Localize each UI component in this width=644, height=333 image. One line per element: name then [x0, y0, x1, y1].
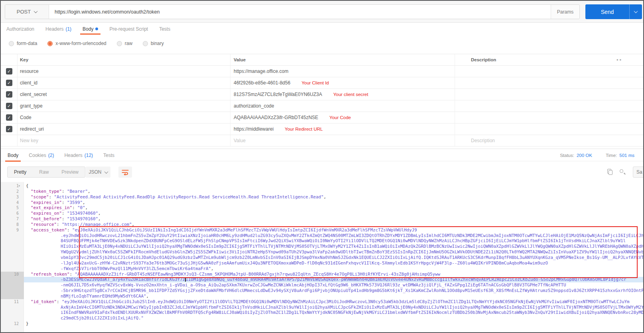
row-checkbox[interactable]: ✓: [6, 126, 12, 132]
response-tab-body[interactable]: Body: [8, 149, 18, 162]
tab-headers[interactable]: Headers(1): [45, 23, 71, 35]
radio-icon[interactable]: [9, 41, 14, 46]
format-label: JSON: [89, 169, 101, 175]
body-mode-raw[interactable]: raw: [117, 41, 132, 46]
code-token: YWQgU2VydmljZUhlYWx0aC5SZWFkIFRocmVhdElu…: [61, 249, 643, 255]
code-token: :: [57, 299, 62, 304]
annotation-label: Your Redirect URL: [285, 127, 323, 131]
save-response-button[interactable]: Sa: [633, 166, 644, 178]
param-value-cell[interactable]: AQABAAIAAADXzZ3ifr-GRbDT45zNSEYour Code: [230, 112, 455, 123]
fold-caret-icon[interactable]: ▾: [18, 183, 20, 189]
view-mode-pretty[interactable]: Pretty: [8, 167, 33, 177]
line-number: 10: [1, 272, 24, 277]
response-tab-cookies[interactable]: Cookies(2): [29, 149, 54, 162]
table-row: ✓redirect_urihttps://middlewareiYour Red…: [1, 123, 643, 135]
format-select[interactable]: JSON: [86, 166, 110, 178]
code-line-text: -lJgl4Uw2axUcG-zHYW-C2vRNztrS937Ya3e76tb…: [24, 261, 643, 266]
view-mode-preview[interactable]: Preview: [55, 167, 85, 177]
row-checkbox[interactable]: ✓: [6, 91, 12, 98]
code-token: ,: [98, 211, 101, 216]
param-value-cell[interactable]: authorization_code: [230, 100, 455, 112]
line-number: [1, 255, 24, 261]
param-key-cell[interactable]: grant_type: [18, 103, 230, 109]
status-value[interactable]: 200 OK: [577, 153, 592, 158]
row-checkbox[interactable]: ✓: [6, 68, 12, 74]
param-value-text: https://manage.office.com: [234, 69, 288, 74]
code-token: "0": [77, 205, 85, 210]
column-options-icon[interactable]: ••: [616, 57, 622, 63]
code-token: "ext_expires_in": [31, 205, 72, 210]
radio-icon[interactable]: [143, 41, 148, 46]
line-number: [1, 315, 24, 321]
body-mode-binary[interactable]: binary: [143, 41, 164, 46]
code-token: {: [26, 183, 29, 188]
new-value-input[interactable]: Value: [230, 135, 455, 146]
param-description-cell[interactable]: [455, 89, 643, 100]
annotation-label: Your client secret: [333, 92, 368, 97]
time-value[interactable]: 501 ms: [619, 153, 634, 158]
code-token: "scope": [31, 194, 49, 200]
param-value-cell[interactable]: 812S7SmzAlZ7CL8zfeTgWaE0YN6UZ3AYour clie…: [230, 89, 455, 100]
code-token: IIDM1gGge8X8NQq_uuY4bbaQ_m9ORA4Ms9AtaArA…: [186, 277, 626, 282]
tab-body[interactable]: Body: [83, 23, 98, 35]
wrap-text-button[interactable]: [118, 166, 132, 178]
param-value-cell[interactable]: https://manage.office.com: [230, 66, 455, 77]
param-value-cell[interactable]: 46f2926b-e85e-4601-8d56Your Client Id: [230, 77, 455, 88]
send-options-caret[interactable]: [629, 4, 642, 19]
param-description-cell[interactable]: [455, 112, 643, 123]
line-number: [1, 282, 24, 288]
line-number: 8: [1, 222, 24, 227]
new-description-input[interactable]: Description: [455, 135, 643, 146]
param-key-cell[interactable]: client_secret: [18, 92, 230, 97]
code-line: 6"expires_on": "1534974060",: [1, 211, 643, 216]
row-checkbox[interactable]: ✓: [6, 114, 12, 121]
param-key-cell[interactable]: resource: [18, 69, 230, 74]
new-key-input[interactable]: New key: [18, 138, 230, 143]
response-status-zone: Status: 200 OK Time: 501 ms: [560, 149, 634, 162]
radio-icon[interactable]: [47, 41, 53, 46]
copy-response-icon[interactable]: [607, 169, 613, 175]
code-token: "not_before": [31, 216, 62, 221]
params-button[interactable]: Params: [551, 5, 579, 19]
code-line: 1▾{: [1, 183, 643, 189]
code-token: "expires_in": [31, 200, 62, 205]
code-token: 84SUFBQUFPMjk4eTNHVDEwSzk3NkdpenZDdXBUNF…: [61, 238, 626, 243]
tab-tests[interactable]: Tests: [159, 23, 170, 35]
param-description-cell[interactable]: [455, 123, 643, 135]
param-description-cell[interactable]: [455, 100, 643, 112]
view-mode-raw[interactable]: Raw: [33, 167, 55, 177]
tab-label: Headers: [45, 26, 63, 32]
send-button[interactable]: Send: [585, 4, 642, 19]
chevron-down-icon: [104, 170, 108, 174]
table-row: ✓grant_typeauthorization_code: [1, 100, 643, 112]
param-key-cell[interactable]: Code: [18, 115, 230, 120]
code-line-text: -5brx9HGtqzdT5gBCx7rCCmIHCjB5MR96_bb1IFD…: [24, 288, 643, 294]
code-token: -lJgl4Uw2axUcG-zHYW-C2vRNztrS937Ya3e76tb…: [61, 261, 548, 266]
tab-pre-request-script[interactable]: Pre-request Script: [109, 23, 148, 35]
search-response-icon[interactable]: [619, 169, 626, 175]
body-mode-form-data[interactable]: form-data: [9, 41, 37, 46]
row-checkbox[interactable]: ✓: [6, 80, 12, 86]
response-view-toolbar: PrettyRawPreview JSON Sa: [1, 162, 643, 182]
row-checkbox[interactable]: ✓: [6, 103, 12, 109]
method-select[interactable]: POST: [5, 5, 49, 19]
send-button-label[interactable]: Send: [585, 4, 629, 19]
response-tab-tests[interactable]: Tests: [103, 149, 114, 162]
param-key-cell[interactable]: redirect_uri: [18, 126, 230, 132]
row-checkbox-cell: ✓: [1, 123, 18, 135]
code-token: nBMjfLoIqbTYamnrEQHd9MyW5dYt6CAA": [61, 294, 146, 299]
url-input[interactable]: https://login.windows.net/common/oauth2/…: [49, 5, 551, 19]
param-value-text: AQABAAIAAADXzZ3ifr-GRbDT45zNSE: [234, 115, 318, 120]
param-value-cell[interactable]: https://middlewareiYour Redirect URL: [230, 123, 455, 135]
body-mode-x-www-form-urlencoded[interactable]: x-www-form-urlencoded: [47, 41, 106, 46]
code-line-text: AxNjAsImV4cCI6MTUzNDk3NDA2MCwiYW1yIjpbIn…: [24, 305, 643, 310]
radio-icon[interactable]: [117, 41, 122, 46]
param-description-cell[interactable]: [455, 66, 643, 77]
code-line-text: "expires_in": "3599",: [24, 200, 643, 206]
response-body-viewer[interactable]: 1▾{2"token_type": "Bearer",3"scope": "Ac…: [1, 182, 643, 333]
response-tab-headers[interactable]: Headers(12): [64, 149, 93, 162]
param-key-cell[interactable]: client_id: [18, 80, 230, 86]
param-description-cell[interactable]: [455, 77, 643, 88]
tab-authorization[interactable]: Authorization: [6, 23, 34, 35]
radio-label: x-www-form-urlencoded: [55, 41, 106, 46]
